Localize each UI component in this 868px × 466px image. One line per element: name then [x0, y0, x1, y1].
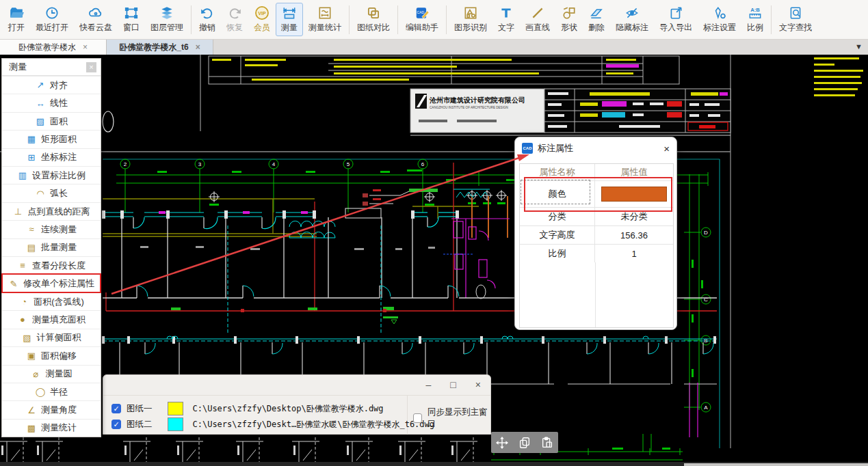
- shapes-icon: [562, 5, 577, 20]
- layers-icon: [159, 5, 174, 20]
- tab-overflow-icon[interactable]: ▼: [855, 42, 863, 51]
- toolbar-text-search-label: 文字查找: [779, 22, 812, 33]
- drawing-2-color-swatch[interactable]: [168, 417, 183, 431]
- column-header-value: 属性值: [595, 164, 673, 180]
- toolbar-drawing-compare[interactable]: 图纸对比: [352, 3, 395, 36]
- toolbar-shape-label: 形状: [561, 22, 577, 33]
- tab-drawing-1[interactable]: 卧佛堂教学楼水 ×: [0, 40, 107, 55]
- point-line-icon: ⊥: [13, 206, 24, 217]
- sidebar-item-align[interactable]: ↗对齐: [2, 76, 101, 94]
- toolbar-separator: [397, 5, 398, 34]
- sidebar-item-area-with-arc[interactable]: ◔面积(含弧线): [2, 292, 101, 310]
- sidebar-item-side-area[interactable]: ▧计算侧面积: [2, 329, 101, 346]
- property-row-category[interactable]: 分类 未分类: [520, 207, 673, 225]
- toolbar-measure-label: 测量: [281, 22, 298, 33]
- sidebar-item-point-line-distance[interactable]: ⊥点到直线的距离: [2, 202, 101, 220]
- toolbar-edit-assistant[interactable]: CAD 编辑助手: [400, 3, 444, 36]
- toolbar-text-search[interactable]: 文字查找: [774, 3, 817, 36]
- property-row-scale[interactable]: 比例 1: [520, 244, 673, 262]
- radius-icon: ◯: [35, 387, 46, 397]
- sidebar-item-set-scale[interactable]: ▥设置标注比例: [2, 166, 101, 184]
- text-search-icon: [788, 5, 803, 20]
- sidebar-item-batch-measure[interactable]: ▤批量测量: [2, 238, 101, 256]
- toolbar-scale[interactable]: A:B 比例: [741, 3, 769, 36]
- sidebar-item-measure-stats[interactable]: ▩测量统计: [2, 419, 101, 437]
- toolbar-measure-stats[interactable]: 测量统计: [303, 3, 347, 36]
- sidebar-item-modify-annotation-property[interactable]: ✎修改单个标注属性: [2, 274, 101, 292]
- sidebar-item-coordinate[interactable]: ⊞坐标标注: [2, 148, 101, 166]
- toolbar-hide-annotation[interactable]: 隐藏标注: [610, 3, 654, 36]
- toolbar-layer-manage[interactable]: 图层管理: [145, 3, 189, 36]
- toolbar-text[interactable]: 文字: [492, 3, 520, 36]
- panel-close-icon[interactable]: ×: [86, 62, 96, 72]
- redo-icon: [227, 5, 242, 20]
- toolbar-redo-label: 恢复: [226, 22, 243, 33]
- toolbar-shape-recognition[interactable]: 图形识别: [449, 3, 492, 36]
- toolbar-window[interactable]: 窗口: [118, 3, 145, 36]
- property-row-color[interactable]: 颜色: [520, 180, 673, 207]
- toolbar-annotation-settings[interactable]: 标注设置: [698, 3, 741, 36]
- tab-drawing-2-label: 卧佛堂教学楼水_t6: [119, 42, 188, 53]
- drawing-1-label: 图纸一: [127, 403, 153, 415]
- toolbar-measure[interactable]: 测量: [276, 3, 303, 36]
- drawing-1-color-swatch[interactable]: [168, 402, 183, 415]
- toolbar-measure-stats-label: 测量统计: [308, 22, 341, 33]
- minimize-icon[interactable]: –: [426, 379, 432, 390]
- toolbar-undo[interactable]: 撤销: [194, 3, 221, 36]
- sidebar-item-arc-length[interactable]: ◠弧长: [2, 184, 101, 202]
- close-icon[interactable]: ×: [475, 379, 481, 390]
- pen-gear-icon: [712, 5, 727, 20]
- sidebar-item-radius[interactable]: ◯半径: [2, 383, 101, 400]
- property-value: 未分类: [595, 208, 673, 225]
- toolbar-shape[interactable]: 形状: [555, 3, 583, 36]
- sync-checkbox[interactable]: [413, 413, 422, 423]
- copy-icon[interactable]: [518, 436, 531, 450]
- toolbar-import-export[interactable]: 导入导出: [654, 3, 698, 36]
- scale-ruler-icon: ▥: [17, 170, 28, 180]
- stats-icon: ▩: [26, 423, 37, 433]
- drawing-2-row: ✓ 图纸二 C:\Users\zfzfy\Deskt…卧佛堂水暖\卧佛堂教学楼水…: [111, 417, 434, 432]
- sidebar-item-measure-circle[interactable]: ⌀测量圆: [2, 365, 101, 383]
- undo-icon: [200, 5, 215, 20]
- color-value-swatch[interactable]: [601, 187, 667, 202]
- tab-close-icon[interactable]: ×: [196, 42, 200, 52]
- toolbar-draw-line[interactable]: 画直线: [520, 3, 555, 36]
- sidebar-item-continuous-measure[interactable]: ≈连续测量: [2, 220, 101, 238]
- toolbar-draw-line-label: 画直线: [525, 22, 550, 33]
- toolbar-vip-member[interactable]: VIP 会员: [248, 3, 276, 36]
- sidebar-item-area[interactable]: ▨面积: [2, 112, 101, 130]
- sidebar-item-measure-angle[interactable]: ∠测量角度: [2, 400, 101, 418]
- toolbar-redo[interactable]: 恢复: [221, 3, 248, 36]
- main-toolbar: 打开 最近打开 快看云盘 窗口 图层管理 撤销 恢复 VIP 会员 测量 测量统…: [0, 0, 868, 40]
- dialog-titlebar: CAD 标注属性 ×: [515, 137, 676, 159]
- drawing-1-checkbox[interactable]: ✓: [111, 404, 121, 413]
- property-name: 比例: [520, 245, 595, 262]
- toolbar-open[interactable]: 打开: [3, 3, 30, 36]
- property-value: 1: [595, 245, 673, 262]
- notes-right-bars: [814, 57, 863, 96]
- vip-badge-icon: VIP: [254, 5, 269, 20]
- toolbar-delete[interactable]: 删除: [583, 3, 610, 36]
- tab-drawing-2[interactable]: 卧佛堂教学楼水_t6 ×: [107, 40, 213, 55]
- sidebar-item-fill-area[interactable]: ●测量填充面积: [2, 310, 101, 328]
- maximize-icon[interactable]: □: [450, 379, 456, 390]
- toolbar-hide-annotation-label: 隐藏标注: [616, 22, 648, 33]
- property-row-text-height[interactable]: 文字高度 156.36: [520, 225, 673, 244]
- move-icon[interactable]: [495, 436, 509, 450]
- tab-close-icon[interactable]: ×: [83, 42, 88, 52]
- cloud-icon: [88, 5, 103, 20]
- toolbar-recent-open[interactable]: 最近打开: [30, 3, 74, 36]
- sidebar-item-linear[interactable]: ↔线性: [2, 94, 101, 111]
- dialog-close-icon[interactable]: ×: [663, 143, 670, 154]
- sidebar-item-segment-length[interactable]: ≡查看分段长度: [2, 256, 101, 274]
- room-labels: [140, 246, 435, 250]
- toilet-symbol: [476, 285, 486, 299]
- paste-icon[interactable]: [540, 436, 554, 450]
- rect-area-icon: ▦: [26, 134, 37, 144]
- sidebar-item-rect-area[interactable]: ▦矩形面积: [2, 130, 101, 148]
- drawing-2-checkbox[interactable]: ✓: [111, 420, 121, 429]
- sidebar-item-area-offset[interactable]: ▣面积偏移: [2, 346, 101, 364]
- edit-property-icon: ✎: [8, 279, 19, 289]
- text-tool-icon: [499, 5, 514, 20]
- toolbar-cloud-drive[interactable]: 快看云盘: [74, 3, 118, 36]
